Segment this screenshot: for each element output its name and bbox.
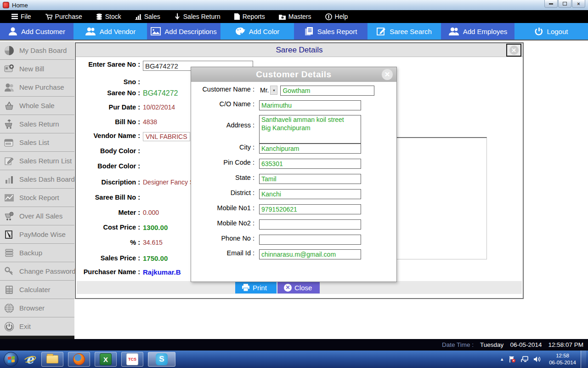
clock-date: 06-05-2014 — [549, 359, 576, 366]
sidebar-item-sales-dashboard[interactable]: Sales Dash Board — [0, 170, 74, 189]
email-id-input[interactable] — [259, 249, 361, 259]
sidebar-item-backup[interactable]: Backup — [0, 244, 74, 262]
city-input[interactable] — [259, 144, 361, 154]
sidebar-item-sales-return[interactable]: Sales Return — [0, 115, 74, 133]
bar-chart-icon — [4, 174, 15, 185]
report-icon — [305, 27, 314, 35]
district-input[interactable] — [259, 189, 361, 199]
field-label: Purchaser Name : — [76, 268, 140, 276]
sidebar-item-whole-sale[interactable]: Whole Sale — [0, 97, 74, 115]
window-controls: × — [544, 0, 585, 8]
firefox-button[interactable] — [68, 352, 90, 367]
volume-icon[interactable] — [533, 356, 542, 363]
toolbar-label: Add Employes — [463, 28, 508, 35]
panel-close-button[interactable]: ✕ — [506, 44, 521, 57]
maximize-icon — [563, 2, 567, 6]
sidebar-label: Calculater — [19, 286, 51, 293]
menu-sales-return[interactable]: Sales Return — [167, 10, 227, 23]
co-name-input[interactable] — [259, 100, 361, 110]
start-button[interactable] — [4, 352, 18, 367]
dialog-close-button[interactable]: ✕ — [382, 69, 393, 80]
menu-label: Sales — [144, 13, 160, 20]
tray-expand-arrow[interactable]: ▲ — [500, 357, 504, 362]
sidebar: My Dash Board New Bill New Purchase Whol… — [0, 41, 74, 339]
dialog-row-phone-no: Phone No : — [195, 235, 361, 245]
dialog-row-mobile-no2: Mobile No2 : — [195, 219, 361, 230]
return-cart-icon — [4, 119, 15, 130]
state-input[interactable] — [259, 174, 361, 184]
sidebar-item-browser[interactable]: Browser — [0, 299, 74, 317]
exit-power-icon — [4, 321, 15, 332]
mobile-no2-input[interactable] — [259, 219, 361, 230]
sidebar-item-new-purchase[interactable]: New Purchase — [0, 78, 74, 97]
field-label: Pur Date : — [76, 104, 140, 111]
sidebar-item-sales-list[interactable]: Sales List — [0, 133, 74, 152]
dialog-close-button-bottom[interactable]: ✕ Close — [277, 282, 320, 293]
taskbar-clock[interactable]: 12:58 06-05-2014 — [549, 352, 576, 366]
add-color-button[interactable]: Add Color — [220, 23, 294, 40]
phone-no-input[interactable] — [259, 235, 361, 245]
maximize-button[interactable] — [558, 0, 571, 8]
sidebar-item-over-all-sales[interactable]: Over All Sales — [0, 207, 74, 225]
customer-name-input[interactable] — [280, 86, 374, 96]
network-icon[interactable] — [520, 356, 529, 363]
menu-purchase[interactable]: Purchase — [38, 10, 89, 23]
toolbar-label: Logout — [547, 28, 568, 35]
print-button[interactable]: Print — [235, 282, 277, 293]
minimize-button[interactable] — [544, 0, 558, 8]
saree-search-button[interactable]: Saree Search — [368, 23, 441, 40]
sidebar-item-stock-report[interactable]: Stock Report — [0, 189, 74, 207]
mobile-no1-input[interactable] — [259, 204, 361, 214]
menu-reports[interactable]: Reports — [227, 10, 272, 23]
taskbar: e X TCS S ▲ 12:58 06-05-2014 — [0, 351, 588, 368]
sidebar-item-exit[interactable]: Exit — [0, 317, 74, 336]
clipboard-pen-icon — [4, 229, 15, 240]
tcs-app-button[interactable]: TCS — [121, 352, 143, 367]
file-explorer-button[interactable] — [41, 352, 63, 367]
close-circle-icon: ✕ — [284, 284, 292, 292]
logout-button[interactable]: Logout — [514, 23, 588, 40]
sidebar-item-new-bill[interactable]: New Bill — [0, 60, 74, 78]
sidebar-item-change-password[interactable]: Change Password — [0, 262, 74, 281]
sidebar-label: Whole Sale — [19, 102, 55, 109]
menu-stock[interactable]: Stock — [89, 10, 128, 23]
add-descriptions-button[interactable]: Add Descriptions — [147, 23, 220, 40]
sidebar-label: New Bill — [19, 65, 44, 73]
people-icon — [85, 27, 96, 35]
show-desktop-button[interactable] — [581, 351, 586, 368]
menu-masters[interactable]: Masters — [272, 10, 318, 23]
dialog-label: Pin Code : — [195, 159, 254, 166]
sidebar-item-my-dashboard[interactable]: My Dash Board — [0, 41, 74, 60]
address-textarea[interactable]: Santhaveli amman koil street Big Kanchip… — [259, 115, 361, 144]
field-label: Sales Price : — [76, 254, 140, 262]
palette-icon — [235, 27, 245, 35]
pin-code-input[interactable] — [259, 159, 361, 169]
menu-help[interactable]: Help — [318, 10, 355, 23]
sidebar-label: My Dash Board — [19, 46, 67, 54]
add-employes-button[interactable]: Add Employes — [441, 23, 514, 40]
sales-report-button[interactable]: Sales Report — [294, 23, 368, 40]
skype-button[interactable]: S — [148, 352, 175, 367]
menu-sales[interactable]: Sales — [128, 10, 167, 23]
dialog-label: Mobile No2 : — [195, 219, 254, 227]
folder-icon — [46, 355, 58, 363]
dialog-title: Customer Details — [191, 67, 396, 82]
excel-button[interactable]: X — [95, 352, 117, 367]
action-center-flag-icon[interactable] — [509, 356, 516, 363]
field-value: 34.615 — [143, 239, 163, 246]
add-vendor-button[interactable]: Add Vendor — [74, 23, 147, 40]
close-button[interactable]: × — [572, 0, 585, 8]
dialog-row-customer-name: Customer Name : Mr. ▼ — [195, 86, 374, 96]
windows-flag-icon — [8, 356, 15, 363]
add-customer-button[interactable]: Add Customer — [0, 23, 74, 40]
internet-explorer-icon[interactable]: e — [23, 352, 37, 366]
sidebar-item-paymode-wise[interactable]: PayMode Wise — [0, 225, 74, 244]
sidebar-label: Browser — [19, 304, 45, 312]
datetime-time: 12:58:07 PM — [548, 341, 583, 348]
tcs-icon: TCS — [126, 353, 138, 365]
panel-title: Saree Details — [76, 43, 523, 57]
sidebar-item-sales-return-list[interactable]: Sales Return List — [0, 152, 74, 170]
menu-file[interactable]: File — [5, 10, 38, 23]
salutation-dropdown[interactable]: Mr. ▼ — [260, 86, 277, 95]
sidebar-item-calculater[interactable]: Calculater — [0, 281, 74, 299]
